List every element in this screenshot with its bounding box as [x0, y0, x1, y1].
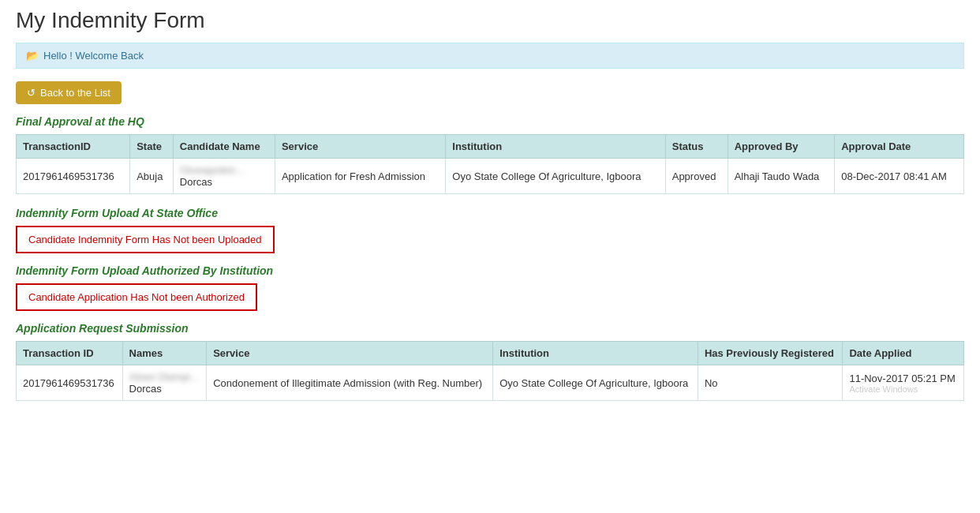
table-row: 2017961469531736 Abasi Olampi... Dorcas … — [17, 365, 964, 401]
arrow-icon: 📂 — [26, 50, 39, 62]
state-office-alert: Candidate Indemnity Form Has Not been Up… — [16, 226, 275, 253]
col-approval-date: Approval Date — [835, 135, 964, 159]
cell-approval-date: 08-Dec-2017 08:41 AM — [835, 159, 964, 194]
page-title: My Indemnity Form — [16, 8, 964, 33]
welcome-bar: 📂 Hello ! Welcome Back — [16, 43, 964, 69]
final-approval-title: Final Approval at the HQ — [16, 115, 964, 128]
final-approval-table: TransactionID State Candidate Name Servi… — [16, 134, 964, 194]
col-service: Service — [275, 135, 445, 159]
col-candidate-name: Candidate Name — [173, 135, 275, 159]
candidate-name: Dorcas — [180, 176, 212, 188]
application-request-section: Application Request Submission Transacti… — [16, 322, 964, 401]
names-blurred: Abasi Olampi... — [129, 371, 199, 383]
col-institution: Institution — [446, 135, 665, 159]
cell-date-applied: 11-Nov-2017 05:21 PM Activate Windows — [843, 365, 964, 401]
col-transaction-id-2: Transaction ID — [17, 342, 123, 365]
institution-upload-alert: Candidate Application Has Not been Autho… — [16, 283, 257, 311]
cell-service-2: Condonement of Illegitimate Admission (w… — [207, 365, 493, 401]
application-request-title: Application Request Submission — [16, 322, 964, 335]
cell-transaction-id: 2017961469531736 — [17, 159, 130, 194]
cell-status: Approved — [665, 159, 728, 194]
back-to-list-button[interactable]: ↺ Back to the List — [16, 81, 122, 104]
final-approval-section: Final Approval at the HQ TransactionID S… — [16, 115, 964, 194]
welcome-text: Hello ! Welcome Back — [43, 50, 144, 62]
cell-names: Abasi Olampi... Dorcas — [122, 365, 207, 401]
col-service-2: Service — [207, 342, 493, 365]
col-state: State — [130, 135, 174, 159]
candidate-name-blurred: Oluwapolkin... — [180, 164, 245, 176]
col-approved-by: Approved By — [728, 135, 835, 159]
col-names: Names — [122, 342, 207, 365]
col-status: Status — [665, 135, 728, 159]
state-office-alert-text: Candidate Indemnity Form Has Not been Up… — [28, 234, 262, 245]
cell-candidate-name: Oluwapolkin... Dorcas — [173, 159, 275, 194]
cell-approved-by: Alhaji Taudo Wada — [728, 159, 835, 194]
col-date-applied: Date Applied — [843, 342, 964, 365]
table-row: 2017961469531736 Abuja Oluwapolkin... Do… — [17, 159, 964, 194]
activate-windows-watermark: Activate Windows — [849, 384, 957, 394]
institution-upload-title: Indemnity Form Upload Authorized By Inst… — [16, 264, 964, 277]
cell-state: Abuja — [130, 159, 174, 194]
date-applied-text: 11-Nov-2017 05:21 PM — [849, 373, 955, 384]
cell-service: Application for Fresh Admission — [275, 159, 445, 194]
back-icon: ↺ — [27, 87, 36, 99]
application-request-table: Transaction ID Names Service Institution… — [16, 341, 964, 401]
col-has-previously-registered: Has Previously Registered — [698, 342, 843, 365]
state-office-title: Indemnity Form Upload At State Office — [16, 207, 964, 219]
back-button-label: Back to the List — [40, 87, 110, 99]
state-office-section: Indemnity Form Upload At State Office Ca… — [16, 207, 964, 264]
cell-has-previously-registered: No — [698, 365, 843, 401]
names: Dorcas — [129, 383, 162, 395]
institution-upload-section: Indemnity Form Upload Authorized By Inst… — [16, 264, 964, 322]
institution-upload-alert-text: Candidate Application Has Not been Autho… — [28, 291, 245, 303]
col-transaction-id: TransactionID — [17, 135, 130, 159]
cell-institution-2: Oyo State College Of Agriculture, Igboor… — [493, 365, 698, 401]
cell-institution: Oyo State College Of Agriculture, Igboor… — [446, 159, 665, 194]
col-institution-2: Institution — [493, 342, 698, 365]
cell-transaction-id-2: 2017961469531736 — [17, 365, 123, 401]
